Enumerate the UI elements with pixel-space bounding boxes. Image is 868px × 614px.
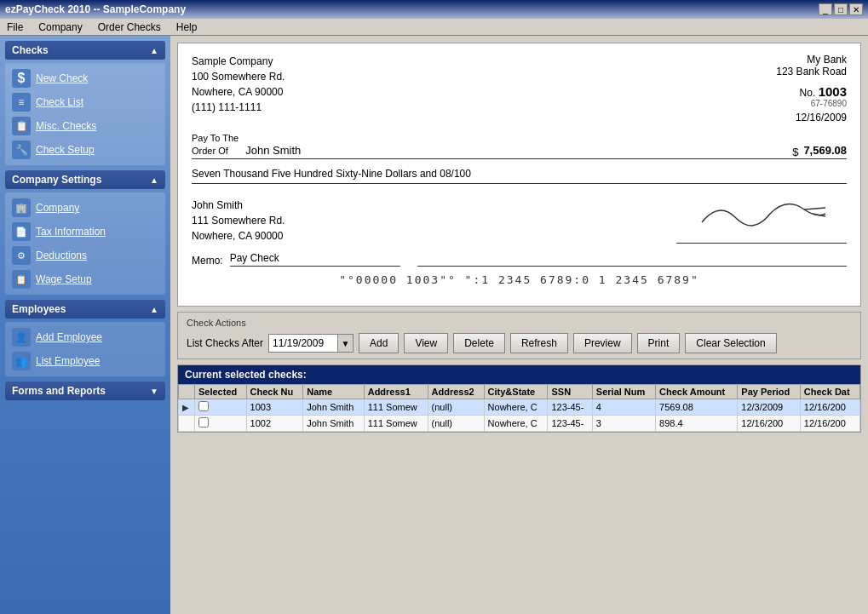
minimize-button[interactable]: _ bbox=[819, 3, 832, 15]
row-check-date: 12/16/200 bbox=[800, 416, 859, 432]
row-check-num: 1003 bbox=[246, 399, 303, 416]
col-check-num: Check Nu bbox=[246, 385, 303, 399]
wage-icon: 📋 bbox=[12, 270, 31, 289]
window-controls[interactable]: _ □ ✕ bbox=[819, 3, 863, 15]
sidebar-item-deductions[interactable]: ⚙ Deductions bbox=[9, 244, 162, 267]
row-checkbox[interactable] bbox=[198, 401, 209, 411]
table-row[interactable]: ▶ 1003 John Smith 111 Somew (null) Nowhe… bbox=[179, 399, 860, 416]
check-actions-title: Check Actions bbox=[187, 318, 852, 328]
content-area: Sample Company 100 Somewhere Rd. Nowhere… bbox=[170, 36, 868, 614]
payee-address1: John Smith bbox=[192, 198, 285, 213]
row-address2: (null) bbox=[428, 399, 484, 416]
col-amount: Check Amount bbox=[656, 385, 738, 399]
payee-address: John Smith 111 Somewhere Rd. Nowhere, CA… bbox=[192, 198, 285, 244]
col-arrow bbox=[179, 385, 195, 399]
check-header: Sample Company 100 Somewhere Rd. Nowhere… bbox=[192, 54, 847, 123]
memo-label: Memo: bbox=[192, 255, 223, 267]
sidebar-section-forms: Forms and Reports ▼ bbox=[5, 382, 165, 400]
view-button[interactable]: View bbox=[404, 333, 448, 353]
company-address2: Nowhere, CA 90000 bbox=[192, 84, 285, 100]
refresh-button[interactable]: Refresh bbox=[510, 333, 568, 353]
add-button[interactable]: Add bbox=[359, 333, 399, 353]
row-check-num: 1002 bbox=[246, 416, 303, 432]
sidebar-item-wage-setup[interactable]: 📋 Wage Setup bbox=[9, 267, 162, 291]
date-select[interactable]: ▼ bbox=[268, 334, 354, 353]
sidebar-item-new-check[interactable]: $ New Check bbox=[9, 66, 162, 90]
check-middle: John Smith 111 Somewhere Rd. Nowhere, CA… bbox=[192, 192, 847, 244]
row-checkbox-cell[interactable] bbox=[194, 416, 246, 432]
bank-name: My Bank bbox=[776, 54, 847, 66]
clear-selection-button[interactable]: Clear Selection bbox=[685, 333, 776, 353]
sidebar-employees-items: 👤 Add Employee 👥 List Employee bbox=[5, 322, 165, 376]
close-button[interactable]: ✕ bbox=[849, 3, 863, 15]
menu-help[interactable]: Help bbox=[173, 21, 201, 33]
payto-label: Pay To TheOrder Of bbox=[192, 132, 239, 158]
check-bank-info: My Bank 123 Bank Road No. 1003 67-76890 … bbox=[776, 54, 847, 123]
check-company-info: Sample Company 100 Somewhere Rd. Nowhere… bbox=[192, 54, 285, 123]
row-arrow: ▶ bbox=[179, 399, 195, 416]
deductions-icon: ⚙ bbox=[12, 246, 31, 265]
row-address1: 111 Somew bbox=[364, 399, 428, 416]
sidebar-item-list-employee[interactable]: 👥 List Employee bbox=[9, 349, 162, 373]
sidebar-company-items: 🏢 Company 📄 Tax Information ⚙ Deductions… bbox=[5, 192, 165, 295]
sidebar-item-add-employee[interactable]: 👤 Add Employee bbox=[9, 325, 162, 349]
row-ssn: 123-45- bbox=[548, 399, 592, 416]
date-input[interactable] bbox=[269, 335, 337, 352]
signature bbox=[676, 192, 847, 244]
print-button[interactable]: Print bbox=[637, 333, 681, 353]
maximize-button[interactable]: □ bbox=[834, 3, 848, 15]
sidebar-item-misc-checks[interactable]: 📋 Misc. Checks bbox=[9, 114, 162, 138]
col-selected: Selected bbox=[194, 385, 246, 399]
row-checkbox[interactable] bbox=[198, 417, 209, 428]
delete-button[interactable]: Delete bbox=[453, 333, 505, 353]
bank-address: 123 Bank Road bbox=[776, 66, 847, 77]
company-phone: (111) 111-1111 bbox=[192, 100, 285, 115]
row-checkbox-cell[interactable] bbox=[194, 399, 246, 416]
sidebar-item-check-setup[interactable]: 🔧 Check Setup bbox=[9, 138, 162, 162]
check-payto-row: Pay To TheOrder Of John Smith $ 7,569.08 bbox=[192, 132, 847, 159]
row-amount: 898.4 bbox=[656, 416, 738, 432]
sidebar: Checks ▲ $ New Check ≡ Check List 📋 Misc… bbox=[0, 36, 170, 614]
sidebar-item-tax[interactable]: 📄 Tax Information bbox=[9, 220, 162, 244]
row-amount: 7569.08 bbox=[656, 399, 738, 416]
date-dropdown-arrow[interactable]: ▼ bbox=[337, 335, 353, 352]
col-ssn: SSN bbox=[548, 385, 592, 399]
chevron-down-icon: ▼ bbox=[150, 387, 158, 396]
menu-bar: File Company Order Checks Help bbox=[0, 19, 868, 36]
menu-company[interactable]: Company bbox=[35, 21, 85, 33]
company-address1: 100 Somewhere Rd. bbox=[192, 69, 285, 84]
sidebar-section-forms-header[interactable]: Forms and Reports ▼ bbox=[5, 382, 165, 400]
sidebar-section-employees: Employees ▲ 👤 Add Employee 👥 List Employ… bbox=[5, 300, 165, 376]
row-arrow bbox=[179, 416, 195, 432]
menu-order-checks[interactable]: Order Checks bbox=[95, 21, 164, 33]
memo-value: Pay Check bbox=[230, 252, 400, 267]
table-row[interactable]: 1002 John Smith 111 Somew (null) Nowhere… bbox=[179, 416, 860, 432]
sidebar-item-check-list[interactable]: ≡ Check List bbox=[9, 90, 162, 114]
window-title: ezPayCheck 2010 -- SampleCompany bbox=[5, 3, 186, 15]
sidebar-section-checks-header[interactable]: Checks ▲ bbox=[5, 41, 165, 60]
sidebar-section-checks: Checks ▲ $ New Check ≡ Check List 📋 Misc… bbox=[5, 41, 165, 165]
preview-button[interactable]: Preview bbox=[573, 333, 632, 353]
check-table: Selected Check Nu Name Address1 Address2… bbox=[178, 384, 860, 432]
col-city-state: City&State bbox=[484, 385, 548, 399]
routing-number: 67-76890 bbox=[776, 99, 847, 108]
list-icon: ≡ bbox=[12, 93, 31, 112]
check-date: 12/16/2009 bbox=[776, 112, 847, 123]
menu-file[interactable]: File bbox=[3, 21, 26, 33]
check-actions-panel: Check Actions List Checks After ▼ Add Vi… bbox=[177, 312, 861, 359]
col-pay-period: Pay Period bbox=[738, 385, 801, 399]
col-check-date: Check Dat bbox=[800, 385, 859, 399]
sidebar-item-company[interactable]: 🏢 Company bbox=[9, 196, 162, 220]
list-employee-icon: 👥 bbox=[12, 352, 31, 370]
row-check-date: 12/16/200 bbox=[800, 399, 859, 416]
sidebar-section-company-header[interactable]: Company Settings ▲ bbox=[5, 170, 165, 189]
table-header-row: Selected Check Nu Name Address1 Address2… bbox=[179, 385, 860, 399]
chevron-up-icon: ▲ bbox=[150, 46, 158, 55]
title-bar: ezPayCheck 2010 -- SampleCompany _ □ ✕ bbox=[0, 0, 868, 19]
payee-address2: 111 Somewhere Rd. bbox=[192, 213, 285, 228]
check-memo-line: Memo: Pay Check bbox=[192, 252, 847, 267]
check-number-label: No. bbox=[800, 87, 816, 99]
signature-line bbox=[417, 266, 847, 267]
sidebar-section-employees-header[interactable]: Employees ▲ bbox=[5, 300, 165, 318]
dollar-sign: $ bbox=[792, 146, 798, 158]
